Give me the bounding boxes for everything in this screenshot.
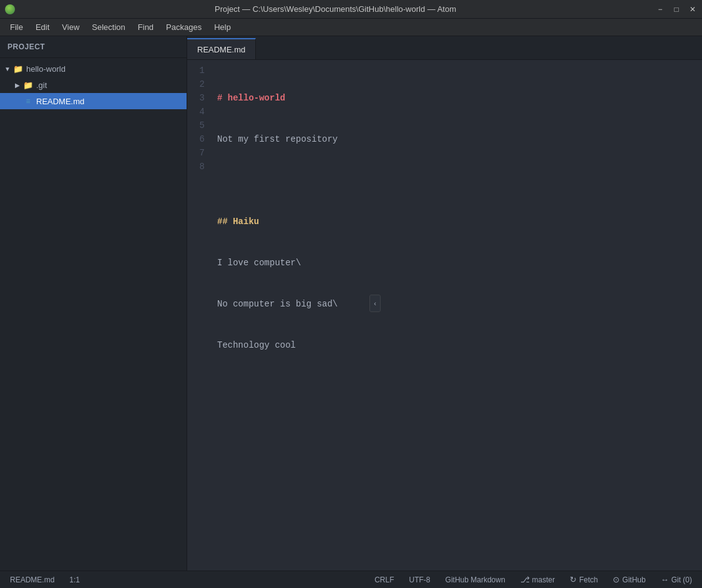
github-icon: ⊙ (613, 575, 620, 584)
sidebar: Project ▼ 📁 hello-world ▶ 📁 .git ▶ ≡ REA… (0, 36, 187, 571)
fetch-icon: ↻ (570, 575, 577, 584)
tree-label-hello-world: hello-world (26, 64, 66, 74)
status-line-ending[interactable]: CRLF (372, 576, 396, 584)
menu-view[interactable]: View (57, 21, 84, 33)
status-git[interactable]: ↔ Git (0) (658, 575, 695, 584)
status-filename[interactable]: README.md (7, 576, 57, 584)
close-button[interactable]: ✕ (688, 5, 697, 14)
status-fetch-label: Fetch (579, 576, 598, 584)
status-position-label: 1:1 (69, 576, 80, 584)
tab-bar: README.md (187, 36, 702, 60)
status-branch-label: master (532, 576, 555, 584)
sidebar-header: Project (0, 36, 187, 58)
tab-label-readme: README.md (197, 45, 245, 54)
title-bar: Project — C:\Users\Wesley\Documents\GitH… (0, 0, 702, 19)
code-line-4: ## Haiku (217, 215, 697, 228)
status-grammar[interactable]: GitHub Markdown (443, 576, 508, 584)
folder-icon-git: 📁 (22, 79, 34, 91)
menu-help[interactable]: Help (209, 21, 236, 33)
code-content[interactable]: # hello-world Not my first repository ##… (212, 64, 702, 567)
tree-item-readme[interactable]: ▶ ≡ README.md (0, 93, 187, 109)
maximize-button[interactable]: □ (672, 5, 681, 14)
line-numbers: 1 2 3 4 5 6 7 8 (187, 64, 212, 567)
status-git-label: Git (0) (671, 576, 692, 584)
code-editor[interactable]: 1 2 3 4 5 6 7 8 # hello-world Not my fir… (187, 60, 702, 571)
status-github-label: GitHub (622, 576, 645, 584)
window-controls: − □ ✕ (656, 5, 697, 14)
menu-bar: File Edit View Selection Find Packages H… (0, 19, 702, 36)
status-right: CRLF UTF-8 GitHub Markdown ⎇ master ↻ Fe… (372, 575, 695, 584)
menu-find[interactable]: Find (133, 21, 158, 33)
app-icon (5, 4, 15, 14)
editor-area: README.md 1 2 3 4 5 6 7 8 # hello-world … (187, 36, 702, 571)
menu-file[interactable]: File (5, 21, 28, 33)
status-github[interactable]: ⊙ GitHub (610, 575, 648, 584)
code-line-5: I love computer\ (217, 256, 697, 270)
code-line-3 (217, 174, 697, 187)
status-encoding-label: UTF-8 (409, 576, 431, 584)
tree-label-readme: README.md (36, 97, 84, 106)
status-branch[interactable]: ⎇ master (518, 575, 558, 584)
tab-readme[interactable]: README.md (187, 38, 256, 59)
code-line-7: Technology cool (217, 338, 697, 352)
tree-item-hello-world[interactable]: ▼ 📁 hello-world (0, 61, 187, 77)
status-encoding[interactable]: UTF-8 (407, 576, 433, 584)
status-bar: README.md 1:1 CRLF UTF-8 GitHub Markdown… (0, 571, 702, 588)
status-position[interactable]: 1:1 (67, 576, 82, 584)
code-line-8 (217, 380, 697, 393)
window-title: Project — C:\Users\Wesley\Documents\GitH… (20, 4, 651, 14)
sidebar-collapse-toggle[interactable]: ‹ (369, 295, 381, 312)
status-fetch[interactable]: ↻ Fetch (567, 575, 600, 584)
status-crlf-label: CRLF (374, 576, 394, 584)
file-tree: ▼ 📁 hello-world ▶ 📁 .git ▶ ≡ README.md (0, 58, 187, 571)
file-icon-readme: ≡ (22, 96, 34, 107)
status-left: README.md 1:1 (7, 576, 82, 584)
menu-edit[interactable]: Edit (31, 21, 54, 33)
code-line-6: No computer is big sad\ (217, 297, 697, 311)
menu-packages[interactable]: Packages (161, 21, 207, 33)
status-grammar-label: GitHub Markdown (446, 576, 505, 584)
folder-icon: 📁 (12, 63, 24, 74)
main-area: Project ▼ 📁 hello-world ▶ 📁 .git ▶ ≡ REA… (0, 36, 702, 571)
tree-item-git[interactable]: ▶ 📁 .git (0, 77, 187, 93)
git-icon: ↔ (661, 575, 669, 584)
code-line-2: Not my first repository (217, 132, 697, 146)
menu-selection[interactable]: Selection (87, 21, 130, 33)
tree-label-git: .git (36, 81, 47, 90)
branch-icon: ⎇ (520, 575, 530, 584)
arrow-collapsed-icon: ▶ (12, 80, 22, 90)
status-filename-label: README.md (10, 576, 54, 584)
code-line-1: # hello-world (217, 91, 697, 105)
minimize-button[interactable]: − (656, 5, 665, 14)
arrow-icon: ▼ (2, 64, 12, 74)
